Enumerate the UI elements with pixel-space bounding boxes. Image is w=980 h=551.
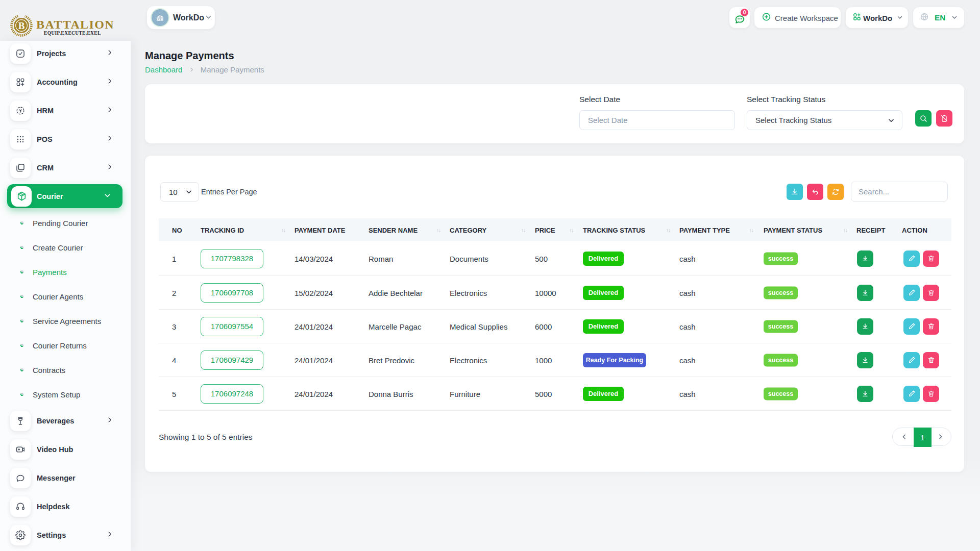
- svg-text:EQUIP,EXECUTE,EXEL: EQUIP,EXECUTE,EXEL: [44, 31, 101, 36]
- svg-text:BATTALION: BATTALION: [36, 18, 114, 31]
- svg-text:B: B: [18, 20, 25, 31]
